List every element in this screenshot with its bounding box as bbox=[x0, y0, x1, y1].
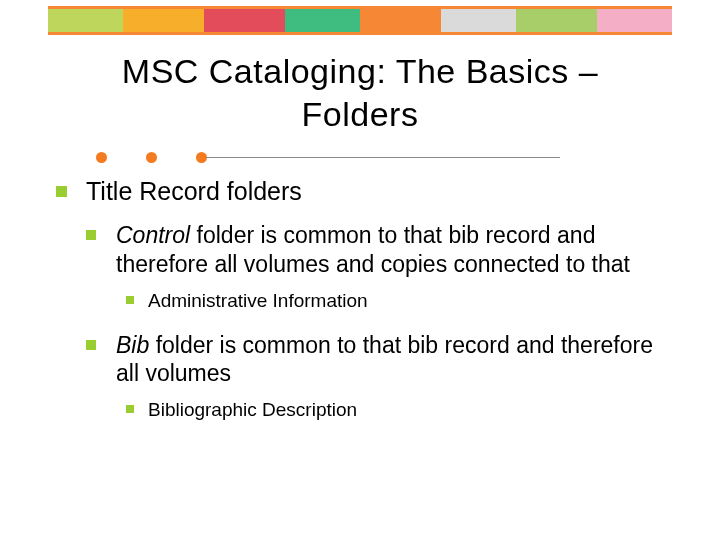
bullet-text: Bibliographic Description bbox=[148, 399, 357, 420]
bullet-level2: Bib folder is common to that bib record … bbox=[86, 331, 680, 389]
slide-title: MSC Cataloging: The Basics – Folders bbox=[60, 50, 660, 135]
square-bullet-icon bbox=[56, 186, 67, 197]
slide: MSC Cataloging: The Basics – Folders Tit… bbox=[0, 0, 720, 540]
bullet-text: folder is common to that bib record and … bbox=[116, 222, 630, 277]
square-bullet-icon bbox=[126, 405, 134, 413]
bullet-text: Administrative Information bbox=[148, 290, 368, 311]
square-bullet-icon bbox=[86, 230, 96, 240]
bullet-lead-italic: Control bbox=[116, 222, 190, 248]
accent-dot bbox=[146, 152, 157, 163]
bullet-level3: Bibliographic Description bbox=[126, 398, 680, 422]
accent-dot bbox=[96, 152, 107, 163]
bullet-level1: Title Record folders bbox=[56, 176, 680, 207]
slide-body: Title Record folders Control folder is c… bbox=[56, 176, 680, 430]
bullet-lead-italic: Bib bbox=[116, 332, 149, 358]
title-accent bbox=[56, 152, 560, 164]
square-bullet-icon bbox=[86, 340, 96, 350]
accent-line bbox=[206, 157, 560, 158]
bullet-text: folder is common to that bib record and … bbox=[116, 332, 653, 387]
bullet-level2: Control folder is common to that bib rec… bbox=[86, 221, 680, 279]
bullet-level3: Administrative Information bbox=[126, 289, 680, 313]
decorative-top-band bbox=[48, 6, 672, 32]
bullet-text: Title Record folders bbox=[86, 177, 302, 205]
square-bullet-icon bbox=[126, 296, 134, 304]
